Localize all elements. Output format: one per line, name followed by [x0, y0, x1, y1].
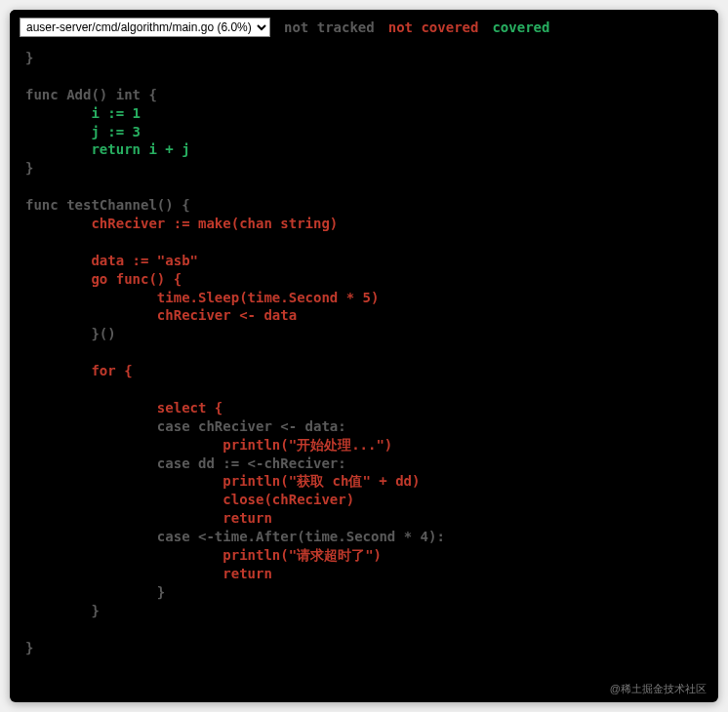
code-line — [25, 233, 703, 252]
code-line: println("开始处理...") — [25, 436, 703, 455]
watermark: @稀土掘金技术社区 — [610, 682, 707, 696]
code-line — [25, 380, 703, 399]
code-line: for { — [25, 362, 703, 380]
code-line: println("获取 ch值" + dd) — [25, 472, 703, 491]
code-line: data := "asb" — [25, 252, 703, 270]
code-line: select { — [25, 399, 703, 417]
code-line: return — [25, 565, 703, 583]
code-line: case chReciver <- data: — [25, 417, 703, 436]
code-line — [25, 178, 703, 196]
code-line: println("请求超时了") — [25, 546, 703, 565]
code-line: func testChannel() { — [25, 196, 703, 215]
code-line: time.Sleep(time.Second * 5) — [25, 289, 703, 307]
legend-not-tracked: not tracked — [284, 20, 375, 35]
code-line: case <-time.After(time.Second * 4): — [25, 528, 703, 546]
code-line: } — [25, 159, 703, 178]
coverage-window: auser-server/cmd/algorithm/main.go (6.0%… — [10, 10, 718, 702]
code-line: return i + j — [25, 140, 703, 159]
code-line: j := 3 — [25, 123, 703, 141]
legend-not-covered: not covered — [388, 20, 479, 35]
code-line: i := 1 — [25, 104, 703, 123]
code-line: } — [25, 49, 703, 67]
code-line: chReciver := make(chan string) — [25, 215, 703, 233]
legend-covered: covered — [492, 20, 549, 35]
code-line — [25, 620, 703, 639]
code-line: }() — [25, 325, 703, 343]
code-line: } — [25, 583, 703, 602]
code-line: func Add() int { — [25, 86, 703, 104]
code-line: return — [25, 509, 703, 528]
code-line — [25, 343, 703, 362]
code-line: go func() { — [25, 270, 703, 289]
code-line: } — [25, 602, 703, 620]
code-line: close(chReciver) — [25, 491, 703, 509]
topbar: auser-server/cmd/algorithm/main.go (6.0%… — [10, 10, 718, 45]
code-line: } — [25, 639, 703, 657]
code-line — [25, 67, 703, 86]
code-line: case dd := <-chReciver: — [25, 455, 703, 473]
code-line: chReciver <- data — [25, 306, 703, 325]
file-select[interactable]: auser-server/cmd/algorithm/main.go (6.0%… — [20, 18, 270, 37]
code-block: } func Add() int { i := 1 j := 3 return … — [10, 45, 718, 672]
